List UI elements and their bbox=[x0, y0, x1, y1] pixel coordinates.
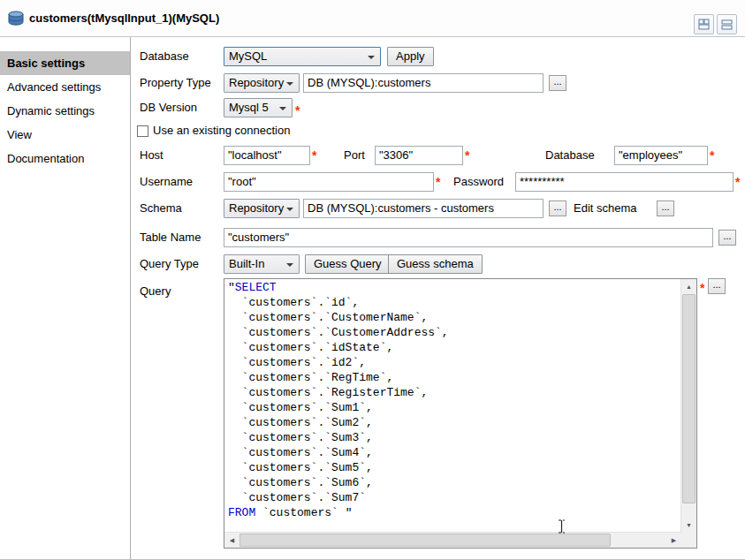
scroll-down-icon[interactable]: ▼ bbox=[681, 518, 696, 533]
query-browse-button[interactable]: ... bbox=[708, 278, 726, 294]
table-name-label: Table Name bbox=[140, 228, 201, 247]
username-label: Username bbox=[140, 172, 193, 192]
port-field[interactable]: "3306" bbox=[375, 146, 463, 165]
table-name-browse-button[interactable]: ... bbox=[718, 230, 736, 246]
query-type-label: Query Type bbox=[140, 254, 199, 274]
schema-combo-value: Repository bbox=[229, 201, 284, 215]
use-existing-connection-checkbox[interactable] bbox=[137, 125, 148, 137]
property-repository-browse-button[interactable]: ... bbox=[549, 75, 566, 91]
database-combo-value: MySQL bbox=[229, 49, 267, 63]
username-field[interactable]: "root" bbox=[224, 172, 434, 192]
database-combo[interactable]: MySQL bbox=[224, 47, 381, 66]
port-label: Port bbox=[344, 146, 365, 165]
property-type-combo[interactable]: Repository bbox=[224, 73, 300, 93]
required-marker: * bbox=[295, 103, 304, 117]
settings-sidebar: Basic settings Advanced settings Dynamic… bbox=[0, 37, 131, 559]
chevron-down-icon bbox=[368, 56, 375, 59]
schema-combo[interactable]: Repository bbox=[224, 199, 300, 218]
query-editor: "SELECT `customers`.`id`, `customers`.`C… bbox=[224, 278, 697, 549]
maximize-view-button[interactable] bbox=[694, 14, 714, 34]
required-marker: * bbox=[312, 148, 321, 163]
scroll-right-icon[interactable]: ▶ bbox=[666, 533, 681, 548]
database-component-icon bbox=[7, 11, 25, 26]
chevron-down-icon bbox=[286, 82, 293, 86]
use-existing-connection-label: Use an existing connection bbox=[153, 123, 290, 139]
minimize-view-button[interactable] bbox=[717, 14, 737, 34]
panel-header: customers(tMysqlInput_1)(MySQL) bbox=[0, 0, 745, 37]
query-type-combo[interactable]: Built-In bbox=[224, 254, 300, 274]
property-type-combo-value: Repository bbox=[229, 76, 284, 89]
chevron-down-icon bbox=[286, 263, 293, 267]
sidebar-item-view[interactable]: View bbox=[0, 123, 130, 147]
edit-schema-button[interactable]: ... bbox=[657, 201, 674, 216]
chevron-down-icon bbox=[279, 107, 286, 110]
guess-schema-button[interactable]: Guess schema bbox=[388, 254, 483, 274]
database-name-label: Database bbox=[545, 146, 595, 165]
sidebar-item-documentation[interactable]: Documentation bbox=[0, 147, 130, 170]
required-marker: * bbox=[465, 148, 474, 163]
schema-repository-browse-button[interactable]: ... bbox=[549, 201, 566, 216]
host-field[interactable]: "localhost" bbox=[224, 146, 310, 165]
required-marker: * bbox=[710, 148, 718, 163]
database-name-field[interactable]: "employees" bbox=[614, 146, 708, 165]
database-label: Database bbox=[140, 47, 189, 66]
minimize-icon bbox=[721, 19, 733, 30]
sidebar-item-advanced-settings[interactable]: Advanced settings bbox=[0, 75, 130, 99]
panel-title: customers(tMysqlInput_1)(MySQL) bbox=[29, 11, 219, 25]
vertical-scroll-thumb[interactable] bbox=[682, 294, 696, 503]
db-version-combo[interactable]: Mysql 5 bbox=[224, 98, 293, 117]
property-repository-field[interactable]: DB (MYSQL):customers bbox=[303, 73, 544, 93]
maximize-icon bbox=[698, 19, 710, 30]
host-label: Host bbox=[140, 146, 163, 165]
schema-repository-field[interactable]: DB (MYSQL):customers - customers bbox=[303, 199, 544, 218]
sidebar-item-basic-settings[interactable]: Basic settings bbox=[0, 51, 130, 75]
password-field[interactable]: ********** bbox=[515, 172, 734, 192]
apply-button[interactable]: Apply bbox=[387, 47, 434, 66]
sidebar-item-dynamic-settings[interactable]: Dynamic settings bbox=[0, 99, 130, 123]
scroll-left-icon[interactable]: ◀ bbox=[224, 533, 239, 548]
property-type-label: Property Type bbox=[140, 73, 211, 93]
db-version-label: DB Version bbox=[140, 98, 197, 117]
guess-query-button[interactable]: Guess Query bbox=[305, 254, 391, 274]
db-version-combo-value: Mysql 5 bbox=[229, 101, 269, 114]
scrollbar-corner bbox=[681, 533, 696, 548]
query-label: Query bbox=[140, 282, 171, 301]
query-horizontal-scrollbar[interactable]: ◀ ▶ bbox=[224, 532, 681, 548]
basic-settings-form: Database MySQL Apply Property Type Repos… bbox=[132, 36, 745, 559]
scroll-up-icon[interactable]: ▲ bbox=[681, 279, 696, 294]
query-text[interactable]: "SELECT `customers`.`id`, `customers`.`C… bbox=[224, 279, 681, 533]
edit-schema-label: Edit schema bbox=[574, 199, 637, 218]
query-vertical-scrollbar[interactable]: ▲ ▼ bbox=[680, 279, 696, 533]
horizontal-scroll-thumb[interactable] bbox=[239, 534, 611, 547]
component-settings-panel: customers(tMysqlInput_1)(MySQL) Basic se… bbox=[0, 0, 745, 560]
required-marker: * bbox=[735, 175, 744, 189]
password-label: Password bbox=[453, 172, 504, 192]
query-type-combo-value: Built-In bbox=[229, 257, 264, 270]
chevron-down-icon bbox=[286, 208, 293, 211]
table-name-field[interactable]: "customers" bbox=[224, 228, 713, 247]
schema-label: Schema bbox=[140, 199, 182, 218]
required-marker: * bbox=[436, 175, 445, 189]
